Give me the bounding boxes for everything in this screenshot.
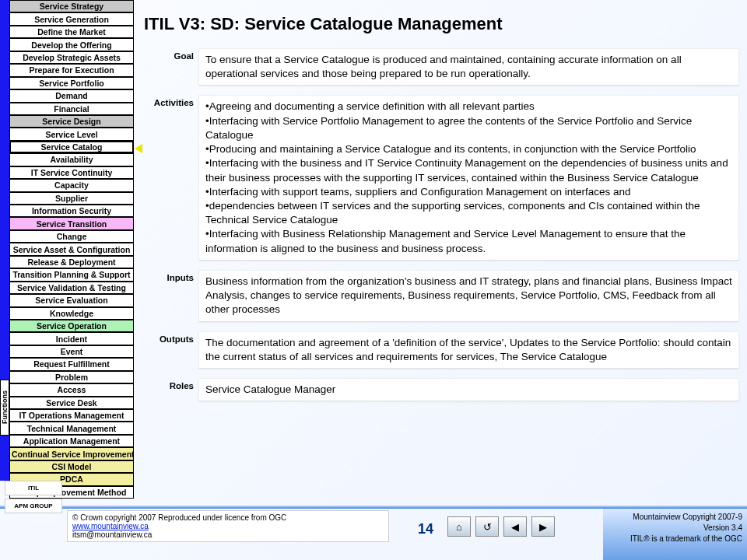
section-text-inputs: Business information from the organizati… xyxy=(198,270,739,322)
nav-item-29[interactable]: Problem xyxy=(9,371,134,383)
nav-item-4[interactable]: Develop Strategic Assets xyxy=(9,51,134,64)
reload-button[interactable]: ↺ xyxy=(475,516,499,537)
nav-item-36[interactable]: CSI Model xyxy=(9,460,134,473)
nav-item-27[interactable]: Event xyxy=(9,345,134,358)
section-label-goal: Goal xyxy=(144,48,198,86)
section-text-goal: To ensure that a Service Catalogue is pr… xyxy=(198,48,739,86)
nav-item-34[interactable]: Application Management xyxy=(9,435,134,447)
section-text-roles: Service Catalogue Manager xyxy=(198,378,739,401)
nav-item-16[interactable]: Information Security xyxy=(9,205,134,217)
nav-item-6[interactable]: Service Portfolio xyxy=(9,77,134,89)
section-inputs: Inputs Business information from the org… xyxy=(144,270,739,322)
selected-arrow-icon xyxy=(135,144,142,153)
nav-item-24[interactable]: Knowledge xyxy=(9,307,134,320)
section-label-inputs: Inputs xyxy=(144,270,198,322)
footer-right-trademark: ITIL® is a trademark of the OGC xyxy=(630,534,742,544)
nav-item-9[interactable]: Service Design xyxy=(9,115,134,128)
section-roles: Roles Service Catalogue Manager xyxy=(144,378,739,401)
apm-logo: APM GROUP xyxy=(5,499,62,513)
page-number: 14 xyxy=(418,521,433,537)
section-goal: Goal To ensure that a Service Catalogue … xyxy=(144,48,739,86)
section-activities: Activities •Agreeing and documenting a s… xyxy=(144,95,739,260)
crown-copyright: © Crown copyright 2007 Reproduced under … xyxy=(72,513,384,522)
footer-url-link[interactable]: www.mountainview.ca xyxy=(72,522,149,530)
footer-email: itsm@mountainview.ca xyxy=(72,530,384,539)
footer-right-version: Version 3.4 xyxy=(630,523,742,534)
section-label-activities: Activities xyxy=(144,95,198,260)
nav-item-30[interactable]: Access xyxy=(9,383,134,396)
footer-logos: ITIL APM GROUP xyxy=(5,481,62,558)
footer-nav-buttons: ⌂ ↺ ◀ ▶ xyxy=(447,516,555,537)
footer-right: Mountainview Copyright 2007-9 Version 3.… xyxy=(630,512,742,544)
page-title: ITIL V3: SD: Service Catalogue Managemen… xyxy=(144,14,739,34)
nav-item-3[interactable]: Develop the Offering xyxy=(9,38,134,51)
nav-item-8[interactable]: Financial xyxy=(9,103,134,115)
nav-item-5[interactable]: Prepare for Execution xyxy=(9,64,134,76)
nav-item-19[interactable]: Service Asset & Configuration xyxy=(9,243,134,255)
nav-item-14[interactable]: Capacity xyxy=(9,179,134,191)
nav-item-18[interactable]: Change xyxy=(9,230,134,243)
nav-item-2[interactable]: Define the Market xyxy=(9,26,134,38)
nav-item-33[interactable]: Technical Management xyxy=(9,422,134,434)
section-label-roles: Roles xyxy=(144,378,198,401)
section-label-outputs: Outputs xyxy=(144,331,198,369)
nav-item-20[interactable]: Release & Deployment xyxy=(9,256,134,268)
nav-item-11[interactable]: Service Catalog xyxy=(9,141,134,153)
sidebar-nav: Service StrategyService GenerationDefine… xyxy=(9,0,134,499)
next-button[interactable]: ▶ xyxy=(531,516,555,537)
footer-credits: © Crown copyright 2007 Reproduced under … xyxy=(67,510,389,542)
nav-item-13[interactable]: IT Service Continuity xyxy=(9,166,134,179)
section-outputs: Outputs The documentation and agreement … xyxy=(144,331,739,369)
section-text-activities: •Agreeing and documenting a service defi… xyxy=(198,95,739,260)
section-text-outputs: The documentation and agreement of a 'de… xyxy=(198,331,739,369)
nav-item-0[interactable]: Service Strategy xyxy=(9,0,134,12)
nav-item-35[interactable]: Continual Service Improvement xyxy=(9,447,134,460)
nav-item-17[interactable]: Service Transition xyxy=(9,217,134,229)
nav-item-21[interactable]: Transition Planning & Support xyxy=(9,268,134,281)
nav-item-23[interactable]: Service Evaluation xyxy=(9,294,134,306)
prev-button[interactable]: ◀ xyxy=(503,516,527,537)
home-button[interactable]: ⌂ xyxy=(447,516,471,537)
functions-label: Functions xyxy=(0,380,9,436)
nav-item-25[interactable]: Service Operation xyxy=(9,320,134,332)
nav-item-7[interactable]: Demand xyxy=(9,89,134,102)
nav-item-28[interactable]: Request Fulfillment xyxy=(9,358,134,370)
footer-right-copy: Mountainview Copyright 2007-9 xyxy=(630,512,742,523)
nav-item-15[interactable]: Supplier xyxy=(9,192,134,205)
nav-item-10[interactable]: Service Level xyxy=(9,128,134,140)
nav-item-31[interactable]: Service Desk xyxy=(9,397,134,409)
main-content: ITIL V3: SD: Service Catalogue Managemen… xyxy=(144,14,739,411)
footer: ITIL APM GROUP © Crown copyright 2007 Re… xyxy=(0,481,747,560)
nav-item-12[interactable]: Availability xyxy=(9,153,134,166)
nav-item-22[interactable]: Service Validation & Testing xyxy=(9,282,134,294)
itil-logo: ITIL xyxy=(5,481,62,495)
nav-item-26[interactable]: Incident xyxy=(9,332,134,345)
nav-item-32[interactable]: IT Operations Management xyxy=(9,409,134,422)
nav-item-1[interactable]: Service Generation xyxy=(9,12,134,25)
